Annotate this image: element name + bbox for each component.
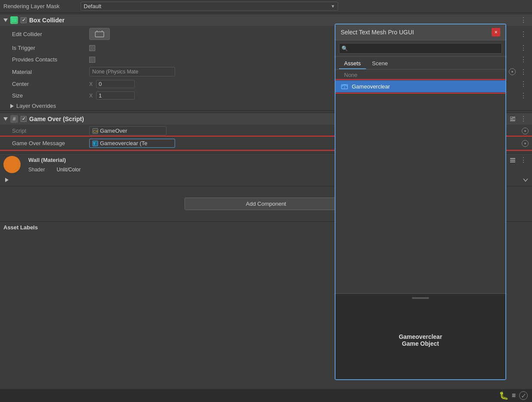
edit-collider-label: Edit Collider [12, 31, 89, 37]
game-over-adjust-icon [510, 116, 516, 122]
edit-collider-button[interactable] [89, 28, 110, 40]
search-wrapper: 🔍 [339, 43, 502, 54]
rendering-layer-value: Default [84, 3, 101, 9]
game-over-toggle[interactable] [3, 117, 8, 121]
center-label: Center [12, 81, 89, 87]
game-over-title: Game Over (Script) [29, 116, 84, 122]
size-label: Size [12, 92, 89, 99]
layer-overrides-toggle[interactable] [10, 104, 14, 108]
check-icon[interactable]: ✓ [519, 391, 528, 400]
text-mesh-icon: T [92, 140, 98, 146]
box-collider-title: Box Collider [29, 17, 64, 24]
material-value-field[interactable]: None (Physics Mate [89, 67, 175, 76]
svg-text:T: T [93, 142, 96, 146]
game-over-checkbox[interactable] [21, 116, 27, 122]
is-trigger-checkbox[interactable] [89, 45, 95, 51]
dialog-none-item[interactable]: None [336, 70, 505, 80]
material-dropdown-icon [523, 177, 529, 183]
script-value: GameOver [100, 128, 127, 134]
rendering-layer-arrow: ▼ [331, 4, 335, 9]
svg-rect-15 [510, 161, 515, 162]
wall-more-btn[interactable]: ⋮ [518, 156, 529, 164]
script-label: Script [12, 128, 89, 134]
message-target-btn[interactable] [522, 140, 529, 147]
provides-contacts-label: Provides Contacts [12, 56, 89, 63]
game-over-message-label: Game Over Message [12, 140, 89, 146]
dialog-titlebar: Select Text Mesh Pro UGUI × [336, 24, 505, 40]
rendering-layer-dropdown[interactable]: Default ▼ [81, 2, 338, 11]
svg-point-8 [514, 118, 515, 119]
svg-point-7 [511, 116, 512, 118]
size-x-field[interactable] [96, 91, 135, 100]
script-field[interactable]: C# GameOver [89, 126, 166, 135]
svg-rect-14 [510, 160, 515, 161]
center-more[interactable]: ⋮ [518, 80, 529, 88]
dialog-list: None Gameoverclear [336, 70, 505, 293]
svg-rect-6 [510, 120, 515, 121]
dialog-search-input[interactable] [339, 43, 502, 54]
is-trigger-more[interactable]: ⋮ [518, 44, 529, 52]
status-bar: 🐛 ≡ ✓ [0, 389, 532, 402]
dialog-search-area: 🔍 [336, 40, 505, 57]
material-name-label: Wall (Material) [28, 157, 66, 163]
tab-scene[interactable]: Scene [367, 58, 393, 69]
inspector-panel: Rendering Layer Mask Default ▼ Box Colli… [0, 0, 532, 402]
svg-text:C#: C# [93, 129, 98, 134]
preview-line1: Gameoverclear [399, 333, 442, 340]
provides-contacts-more[interactable]: ⋮ [518, 55, 529, 64]
layers-icon[interactable]: ≡ [512, 392, 516, 399]
layer-overrides-label: Layer Overrides [16, 103, 56, 109]
provides-contacts-checkbox[interactable] [89, 57, 95, 63]
game-over-more-btn[interactable]: ⋮ [518, 115, 529, 123]
asset-labels-label: Asset Labels [3, 224, 38, 231]
center-x-label: X [89, 81, 94, 87]
preview-drag-handle[interactable] [412, 297, 429, 299]
dialog-title: Select Text Mesh Pro UGUI [341, 29, 414, 36]
rendering-layer-row: Rendering Layer Mask Default ▼ [0, 0, 532, 13]
box-collider-icon [10, 16, 18, 24]
dialog-tabs: Assets Scene [336, 57, 505, 70]
wall-adjust-icon [510, 157, 516, 163]
shader-value: Unlit/Color [57, 167, 81, 173]
game-over-icon: # [10, 115, 18, 123]
rendering-layer-label: Rendering Layer Mask [3, 3, 81, 9]
material-preview-circle [3, 156, 21, 173]
svg-rect-13 [510, 158, 515, 159]
preview-line2: Game Object [399, 340, 442, 347]
material-target-btn[interactable] [509, 68, 516, 75]
material-expand-icon [5, 178, 9, 182]
tab-assets[interactable]: Assets [339, 58, 366, 69]
dialog-selected-item[interactable]: Gameoverclear [336, 80, 505, 92]
search-icon: 🔍 [342, 46, 348, 52]
script-target-btn[interactable] [522, 128, 529, 134]
svg-rect-3 [95, 32, 104, 37]
shader-label: Shader [28, 167, 54, 173]
add-component-button[interactable]: Add Component [184, 198, 348, 210]
gameoverclear-icon [341, 82, 348, 90]
edit-collider-more[interactable]: ⋮ [518, 30, 529, 38]
game-over-message-value: Gameoverclear (Te [100, 140, 148, 146]
bug-icon[interactable]: 🐛 [499, 391, 508, 400]
size-more[interactable]: ⋮ [518, 91, 529, 100]
game-over-message-field[interactable]: T Gameoverclear (Te [89, 139, 175, 148]
is-trigger-label: Is Trigger [12, 45, 89, 51]
box-collider-toggle[interactable] [3, 18, 8, 22]
dialog-close-button[interactable]: × [492, 28, 500, 37]
gameoverclear-label: Gameoverclear [352, 83, 390, 90]
size-x-label: X [89, 93, 94, 99]
center-x-field[interactable] [96, 80, 135, 88]
box-collider-more-btn[interactable]: ⋮ [518, 16, 529, 24]
material-property-label: Material [12, 69, 89, 75]
material-value: None (Physics Mate [92, 69, 138, 75]
dialog-preview: Gameoverclear Game Object [336, 293, 505, 379]
script-icon: C# [92, 128, 98, 134]
material-more[interactable]: ⋮ [518, 68, 529, 76]
select-dialog: Select Text Mesh Pro UGUI × 🔍 Assets Sce… [335, 24, 506, 380]
preview-name: Gameoverclear Game Object [399, 333, 442, 347]
box-collider-checkbox[interactable] [21, 17, 27, 23]
dialog-close-icon: × [494, 29, 497, 35]
